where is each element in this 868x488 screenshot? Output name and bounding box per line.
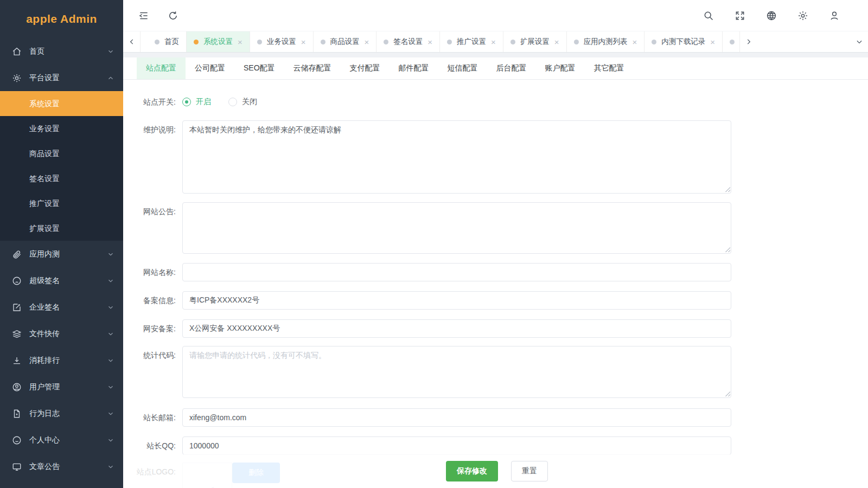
footer-bar: 保存修改 重置 bbox=[123, 454, 868, 488]
radio-site-off[interactable]: 关闭 bbox=[228, 97, 257, 107]
sidebar-item-app-beta[interactable]: 应用内测 bbox=[0, 241, 123, 267]
sidebar-item-promotion-settings[interactable]: 推广设置 bbox=[0, 191, 123, 216]
tab-label: 推广设置 bbox=[457, 37, 486, 47]
sidebar-item-personal-center[interactable]: 个人中心 bbox=[0, 427, 123, 453]
sidebar-item-enterprise-signature[interactable]: 企业签名 bbox=[0, 294, 123, 320]
tab-label: 应用内测列表 bbox=[584, 37, 628, 47]
field-label: 站长邮箱: bbox=[129, 408, 182, 427]
sidebar-item-extension-settings[interactable]: 扩展设置 bbox=[0, 216, 123, 241]
site-name-input[interactable] bbox=[182, 263, 731, 281]
sidebar-item-super-signature[interactable]: 超级签名 bbox=[0, 267, 123, 294]
chevron-right-icon bbox=[745, 38, 752, 46]
radio-label: 开启 bbox=[196, 97, 211, 107]
icp-record-input[interactable] bbox=[182, 291, 731, 310]
sidebar-item-behavior-log[interactable]: 行为日志 bbox=[0, 400, 123, 427]
stats-code-textarea[interactable] bbox=[182, 346, 731, 398]
sidebar-item-label: 超级签名 bbox=[29, 276, 107, 286]
tabs-scroll-right-button[interactable] bbox=[740, 31, 757, 52]
user-icon[interactable] bbox=[829, 10, 840, 21]
chevron-down-icon bbox=[107, 330, 114, 338]
tab-app-beta-list[interactable]: 应用内测列表 × bbox=[567, 31, 645, 52]
close-icon[interactable]: × bbox=[365, 38, 369, 46]
close-icon[interactable]: × bbox=[633, 38, 637, 46]
app-window: apple Admin 首页 平台设置 系统设置 业务设置 商品设置 签名设置 … bbox=[0, 0, 868, 488]
save-button[interactable]: 保存修改 bbox=[446, 461, 498, 481]
sidebar-item-file-transfer[interactable]: 文件快传 bbox=[0, 320, 123, 347]
config-tab-payment[interactable]: 支付配置 bbox=[341, 57, 390, 79]
config-tab-account[interactable]: 账户配置 bbox=[536, 57, 585, 79]
close-icon[interactable]: × bbox=[301, 38, 306, 46]
announcement-textarea[interactable] bbox=[182, 202, 731, 254]
radio-site-on[interactable]: 开启 bbox=[182, 97, 211, 107]
sidebar-item-home[interactable]: 首页 bbox=[0, 38, 123, 65]
form-row-maintenance: 维护说明: 本站暂时关闭维护，给您带来的不便还请谅解 bbox=[129, 120, 868, 194]
sidebar-item-consumption-ranking[interactable]: 消耗排行 bbox=[0, 347, 123, 374]
tab-system-settings[interactable]: 系统设置 × bbox=[187, 31, 250, 52]
webmaster-email-input[interactable] bbox=[182, 408, 731, 427]
site-switch-radio-group: 开启 关闭 bbox=[182, 93, 275, 111]
field-label: 网站公告: bbox=[129, 202, 182, 254]
tab-extension-settings[interactable]: 扩展设置 × bbox=[503, 31, 567, 52]
tab-label: 扩展设置 bbox=[520, 37, 550, 47]
sidebar-item-system-settings[interactable]: 系统设置 bbox=[0, 91, 123, 116]
content-area: 站点配置 公司配置 SEO配置 云储存配置 支付配置 邮件配置 短信配置 后台配… bbox=[123, 53, 868, 488]
police-record-input[interactable] bbox=[182, 319, 731, 338]
open-tabs: 首页 系统设置 × 业务设置 × 商品设置 × bbox=[141, 31, 868, 52]
refresh-icon[interactable] bbox=[168, 10, 178, 21]
chevron-down-icon bbox=[107, 304, 114, 311]
maintenance-textarea[interactable]: 本站暂时关闭维护，给您带来的不便还请谅解 bbox=[182, 120, 731, 194]
tab-home[interactable]: 首页 bbox=[148, 31, 187, 52]
form-row-email: 站长邮箱: bbox=[129, 408, 868, 427]
close-icon[interactable]: × bbox=[427, 38, 432, 46]
sidebar-item-signature-settings[interactable]: 签名设置 bbox=[0, 166, 123, 191]
tab-label: 商品设置 bbox=[330, 37, 360, 47]
chevron-down-icon bbox=[856, 38, 863, 46]
search-icon[interactable] bbox=[703, 10, 714, 21]
radio-circle-icon bbox=[182, 98, 191, 106]
webmaster-qq-input[interactable] bbox=[182, 436, 731, 455]
config-tab-backend[interactable]: 后台配置 bbox=[487, 57, 536, 79]
form-row-police-record: 网安备案: bbox=[129, 319, 868, 338]
collapse-menu-icon[interactable] bbox=[138, 10, 149, 21]
tab-label: 内测下载记录 bbox=[661, 37, 705, 47]
tab-dot bbox=[384, 40, 388, 44]
sidebar-item-business-settings[interactable]: 业务设置 bbox=[0, 116, 123, 141]
tab-promotion-settings[interactable]: 推广设置 × bbox=[440, 31, 503, 52]
reset-button[interactable]: 重置 bbox=[511, 461, 548, 481]
close-icon[interactable]: × bbox=[238, 38, 242, 46]
tab-clipped[interactable] bbox=[723, 31, 740, 52]
config-tab-other[interactable]: 其它配置 bbox=[585, 57, 634, 79]
sidebar-item-label: 平台设置 bbox=[29, 73, 107, 83]
form-row-site-name: 网站名称: bbox=[129, 263, 868, 281]
config-tab-sms[interactable]: 短信配置 bbox=[438, 57, 487, 79]
tab-label: 系统设置 bbox=[203, 37, 233, 47]
sidebar-item-article-announcement[interactable]: 文章公告 bbox=[0, 453, 123, 480]
sidebar-item-label: 文件快传 bbox=[29, 329, 107, 339]
tab-business-settings[interactable]: 业务设置 × bbox=[250, 31, 314, 52]
globe-icon[interactable] bbox=[766, 10, 777, 21]
frown-face-icon bbox=[12, 276, 22, 286]
tabs-scroll-left-button[interactable] bbox=[123, 31, 141, 52]
tab-product-settings[interactable]: 商品设置 × bbox=[314, 31, 377, 52]
gear-icon bbox=[12, 73, 22, 83]
config-tab-seo[interactable]: SEO配置 bbox=[234, 57, 284, 79]
tab-signature-settings[interactable]: 签名设置 × bbox=[376, 31, 440, 52]
close-icon[interactable]: × bbox=[491, 38, 496, 46]
sidebar-item-platform-settings[interactable]: 平台设置 bbox=[0, 65, 123, 91]
user-circle-icon bbox=[12, 382, 22, 392]
sidebar: apple Admin 首页 平台设置 系统设置 业务设置 商品设置 签名设置 … bbox=[0, 0, 123, 488]
sidebar-item-product-settings[interactable]: 商品设置 bbox=[0, 141, 123, 166]
tab-beta-download-records[interactable]: 内测下载记录 × bbox=[644, 31, 723, 52]
sidebar-item-user-management[interactable]: 用户管理 bbox=[0, 374, 123, 400]
config-tab-mail[interactable]: 邮件配置 bbox=[390, 57, 438, 79]
field-label: 站长QQ: bbox=[129, 436, 182, 455]
close-icon[interactable]: × bbox=[710, 38, 715, 46]
tabs-menu-dropdown-button[interactable] bbox=[851, 31, 868, 52]
fullscreen-icon[interactable] bbox=[735, 10, 745, 21]
close-icon[interactable]: × bbox=[554, 38, 559, 46]
gear-icon[interactable] bbox=[797, 10, 808, 21]
config-tab-company[interactable]: 公司配置 bbox=[186, 57, 234, 79]
sidebar-item-label: 应用内测 bbox=[29, 249, 107, 259]
config-tab-cloud-storage[interactable]: 云储存配置 bbox=[284, 57, 341, 79]
config-tab-site[interactable]: 站点配置 bbox=[137, 57, 186, 79]
